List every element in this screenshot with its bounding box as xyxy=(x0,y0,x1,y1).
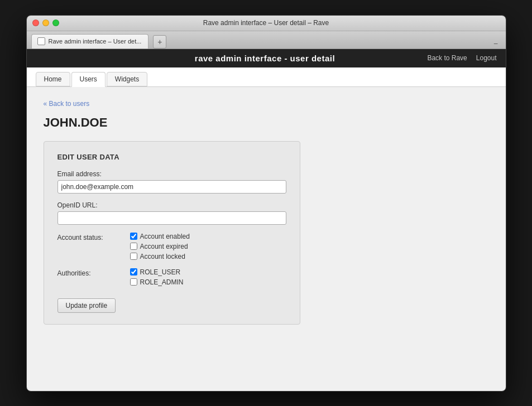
role-admin-item: ROLE_ADMIN xyxy=(130,278,184,286)
roles-checkboxes: ROLE_USER ROLE_ADMIN xyxy=(130,268,184,286)
account-enabled-checkbox[interactable] xyxy=(130,233,137,240)
email-input[interactable] xyxy=(57,180,286,194)
logout-link[interactable]: Logout xyxy=(476,54,497,62)
tab-home[interactable]: Home xyxy=(36,72,70,86)
app-header: rave admin interface - user detail Back … xyxy=(27,49,506,67)
account-status-label: Account status: xyxy=(57,233,119,241)
account-locked-label: Account locked xyxy=(140,253,185,260)
maximize-button[interactable] xyxy=(52,20,59,26)
openid-input[interactable] xyxy=(57,211,286,225)
nav-tabs: Home Users Widgets xyxy=(27,67,506,87)
email-field-group: Email address: xyxy=(57,170,286,194)
role-user-checkbox[interactable] xyxy=(130,268,137,276)
account-locked-checkbox[interactable] xyxy=(130,253,137,260)
account-expired-label: Account expired xyxy=(140,243,188,250)
account-expired-checkbox[interactable] xyxy=(130,243,137,250)
minimize-button[interactable] xyxy=(42,20,49,26)
collapse-tab-button[interactable]: – xyxy=(491,38,501,49)
back-to-users-link[interactable]: « Back to users xyxy=(44,100,90,108)
back-to-rave-link[interactable]: Back to Rave xyxy=(427,54,467,62)
role-user-label: ROLE_USER xyxy=(140,268,181,276)
account-expired-item: Account expired xyxy=(130,243,190,250)
title-bar: Rave admin interface – User detail – Rav… xyxy=(27,16,506,31)
browser-tab[interactable]: Rave admin interface – User det... xyxy=(31,34,149,49)
content-area: Home Users Widgets « Back to users JOHN.… xyxy=(27,67,506,391)
openid-label: OpenID URL: xyxy=(57,201,286,209)
edit-user-form-card: EDIT USER DATA Email address: OpenID URL… xyxy=(44,141,300,325)
app-header-title: rave admin interface - user detail xyxy=(103,54,428,63)
tab-widgets[interactable]: Widgets xyxy=(107,72,147,86)
form-card-title: EDIT USER DATA xyxy=(57,153,286,161)
account-enabled-item: Account enabled xyxy=(130,233,190,240)
openid-field-group: OpenID URL: xyxy=(57,201,286,225)
tab-users[interactable]: Users xyxy=(71,72,106,87)
tab-label: Rave admin interface – User det... xyxy=(49,38,142,45)
app-header-nav: Back to Rave Logout xyxy=(427,54,496,62)
tab-bar: Rave admin interface – User det... + – xyxy=(27,31,506,49)
mac-window: Rave admin interface – User detail – Rav… xyxy=(26,15,506,392)
update-profile-button[interactable]: Update profile xyxy=(57,298,116,313)
tab-favicon xyxy=(37,37,45,45)
account-status-group: Account status: Account enabled Account … xyxy=(57,233,286,260)
email-label: Email address: xyxy=(57,170,286,178)
username-heading: JOHN.DOE xyxy=(44,115,489,130)
page-content: « Back to users JOHN.DOE EDIT USER DATA … xyxy=(27,87,506,336)
account-status-checkboxes: Account enabled Account expired Account … xyxy=(130,233,190,260)
role-user-item: ROLE_USER xyxy=(130,268,184,276)
authorities-label: Authorities: xyxy=(57,268,119,277)
close-button[interactable] xyxy=(32,20,39,26)
account-locked-item: Account locked xyxy=(130,253,190,260)
role-admin-label: ROLE_ADMIN xyxy=(140,278,184,286)
role-admin-checkbox[interactable] xyxy=(130,278,137,286)
account-enabled-label: Account enabled xyxy=(140,233,190,240)
traffic-lights xyxy=(32,20,59,26)
add-tab-button[interactable]: + xyxy=(153,35,166,49)
window-title: Rave admin interface – User detail – Rav… xyxy=(203,19,329,27)
authorities-group: Authorities: ROLE_USER ROLE_ADMIN xyxy=(57,268,286,286)
